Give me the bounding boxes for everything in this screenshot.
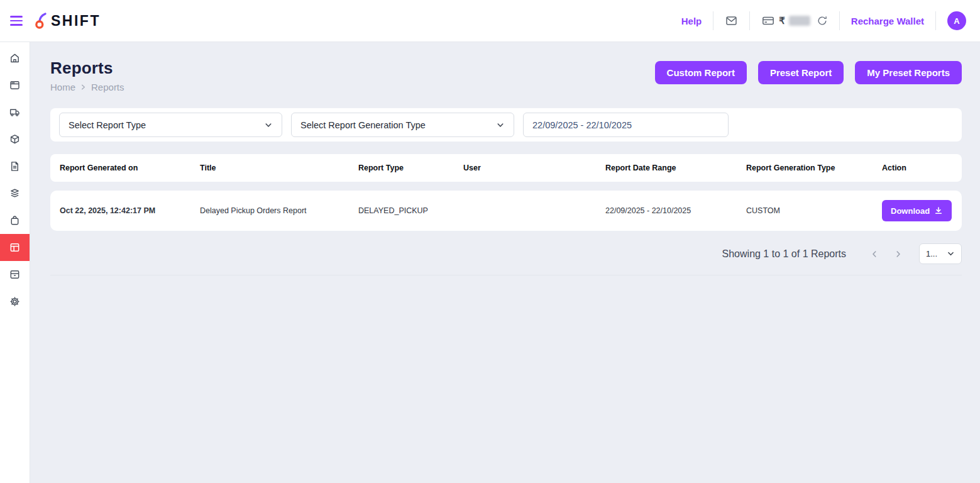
column-header: Title xyxy=(200,164,358,172)
sidebar-item-shipments[interactable] xyxy=(0,99,30,126)
sidebar-item-packages[interactable] xyxy=(0,126,30,153)
filters-bar: Select Report Type Select Report Generat… xyxy=(50,108,962,142)
cell-date-range: 22/09/2025 - 22/10/2025 xyxy=(605,206,746,215)
sidebar-item-documents[interactable] xyxy=(0,153,30,180)
report-type-select[interactable]: Select Report Type xyxy=(59,113,282,137)
report-type-select-label: Select Report Type xyxy=(69,120,146,130)
chevron-right-icon xyxy=(80,84,87,91)
wallet-amount-redacted xyxy=(789,16,810,26)
report-generation-type-select[interactable]: Select Report Generation Type xyxy=(291,113,514,137)
download-icon xyxy=(934,206,943,215)
column-header: Action xyxy=(882,164,952,172)
divider xyxy=(839,11,840,30)
cell-title: Delayed Pickup Orders Report xyxy=(200,206,358,215)
table-row: Oct 22, 2025, 12:42:17 PM Delayed Pickup… xyxy=(50,191,962,231)
currency-symbol: ₹ xyxy=(779,15,785,26)
breadcrumb-home[interactable]: Home xyxy=(50,82,75,92)
sidebar-item-products[interactable] xyxy=(0,207,30,234)
logo-text: SHIFT xyxy=(51,13,101,30)
cell-generated-on: Oct 22, 2025, 12:42:17 PM xyxy=(60,206,200,215)
wallet-balance[interactable]: ₹ xyxy=(761,14,828,27)
archive-icon xyxy=(9,269,21,280)
pagination-next-icon[interactable] xyxy=(886,250,910,258)
refresh-icon[interactable] xyxy=(817,15,828,26)
app-logo[interactable]: SHIFT xyxy=(34,11,101,30)
chevron-down-icon xyxy=(264,121,273,130)
divider xyxy=(713,11,713,30)
reports-icon xyxy=(9,242,21,253)
page-title: Reports xyxy=(50,58,124,78)
divider xyxy=(749,11,750,30)
sidebar-item-home[interactable] xyxy=(0,45,30,72)
sidebar-item-reports[interactable] xyxy=(0,234,30,261)
table-footer-divider xyxy=(50,275,962,275)
hamburger-menu-icon[interactable] xyxy=(10,16,23,26)
download-button-label: Download xyxy=(891,206,930,216)
page-size-value: 1... xyxy=(926,249,937,258)
layers-icon xyxy=(9,187,21,199)
pagination-prev-icon[interactable] xyxy=(862,250,886,258)
column-header: Report Date Range xyxy=(605,164,746,172)
breadcrumb-current: Reports xyxy=(91,82,124,92)
home-icon xyxy=(9,52,21,64)
report-generation-type-select-label: Select Report Generation Type xyxy=(300,120,426,130)
sidebar-item-archive[interactable] xyxy=(0,261,30,288)
logo-glyph-icon xyxy=(34,11,49,30)
cell-generation-type: CUSTOM xyxy=(746,206,882,215)
column-header: User xyxy=(463,164,605,172)
column-header: Report Generated on xyxy=(60,164,200,172)
chevron-down-icon xyxy=(496,121,505,130)
preset-report-button[interactable]: Preset Report xyxy=(758,61,844,84)
my-preset-reports-button[interactable]: My Preset Reports xyxy=(855,61,962,84)
cell-report-type: DELAYED_PICKUP xyxy=(358,206,463,215)
settings-gear-icon xyxy=(9,296,21,308)
main-content: Reports Home Reports Custom Report Prese… xyxy=(30,42,980,483)
orders-window-icon xyxy=(9,79,21,91)
chevron-down-icon xyxy=(947,250,955,258)
help-link[interactable]: Help xyxy=(681,16,702,26)
pagination-summary: Showing 1 to 1 of 1 Reports xyxy=(722,248,846,260)
breadcrumb: Home Reports xyxy=(50,82,124,92)
sidebar-item-orders[interactable] xyxy=(0,72,30,99)
sidebar-nav xyxy=(0,42,30,483)
column-header: Report Type xyxy=(358,164,463,172)
custom-report-button[interactable]: Custom Report xyxy=(655,61,747,84)
recharge-wallet-link[interactable]: Recharge Wallet xyxy=(851,16,924,26)
user-avatar[interactable]: A xyxy=(947,11,966,30)
document-icon xyxy=(9,160,21,172)
top-header: SHIFT Help ₹ xyxy=(0,0,980,42)
divider xyxy=(935,11,936,30)
pagination: Showing 1 to 1 of 1 Reports 1... xyxy=(50,243,962,264)
sidebar-item-settings[interactable] xyxy=(0,288,30,315)
credit-card-icon xyxy=(761,14,775,27)
bag-icon xyxy=(9,214,21,226)
mail-icon[interactable] xyxy=(725,14,738,27)
package-icon xyxy=(9,133,21,145)
date-range-input[interactable] xyxy=(523,113,729,137)
page-size-select[interactable]: 1... xyxy=(919,243,962,264)
truck-icon xyxy=(9,106,21,118)
column-header: Report Generation Type xyxy=(746,164,882,172)
download-button[interactable]: Download xyxy=(882,200,952,221)
sidebar-item-inventory[interactable] xyxy=(0,180,30,207)
table-header-row: Report Generated on Title Report Type Us… xyxy=(50,154,962,182)
